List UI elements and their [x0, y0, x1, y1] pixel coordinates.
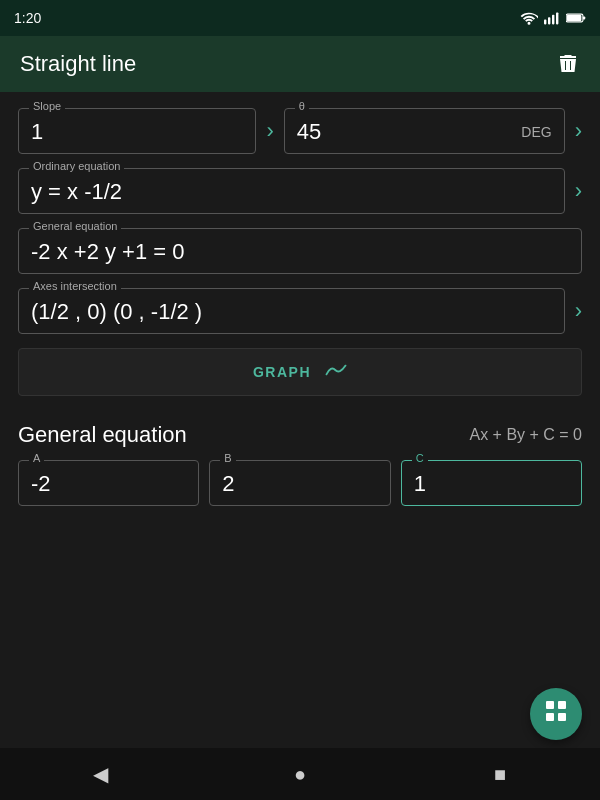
slope-chevron[interactable]: › [266, 118, 273, 144]
general-eq-section-title: General equation [18, 422, 187, 448]
svg-rect-10 [558, 713, 566, 721]
c-field[interactable]: C [401, 460, 582, 506]
delete-button[interactable] [556, 52, 580, 76]
svg-rect-3 [556, 12, 558, 24]
ordinary-eq-label: Ordinary equation [29, 160, 124, 172]
nav-back-icon: ◀ [93, 762, 108, 786]
graph-icon [325, 361, 347, 384]
svg-rect-9 [546, 713, 554, 721]
nav-back-button[interactable]: ◀ [80, 754, 120, 794]
status-time: 1:20 [14, 10, 41, 26]
theta-label: θ [295, 100, 309, 112]
ordinary-eq-row: Ordinary equation y = x -1/2 › [18, 168, 582, 214]
axes-chevron[interactable]: › [575, 298, 582, 324]
svg-rect-7 [546, 701, 554, 709]
slope-value: 1 [31, 119, 243, 145]
general-eq-field: General equation -2 x +2 y +1 = 0 [18, 228, 582, 274]
theta-value-row: 45 DEG [297, 119, 552, 145]
svg-rect-0 [544, 20, 546, 25]
nav-home-icon: ● [294, 763, 306, 786]
page-title: Straight line [20, 51, 136, 77]
bottom-nav: ◀ ● ■ [0, 748, 600, 800]
fab-button[interactable] [530, 688, 582, 740]
c-input[interactable] [414, 471, 569, 497]
fab-icon [543, 698, 569, 730]
a-field[interactable]: A [18, 460, 199, 506]
b-input[interactable] [222, 471, 377, 497]
general-eq-header: General equation Ax + By + C = 0 [18, 422, 582, 448]
theta-field: θ 45 DEG [284, 108, 565, 154]
axes-value: (1/2 , 0) (0 , -1/2 ) [31, 299, 552, 325]
status-bar: 1:20 [0, 0, 600, 36]
slope-label: Slope [29, 100, 65, 112]
a-label: A [29, 452, 44, 464]
theta-value: 45 [297, 119, 321, 145]
axes-row: Axes intersection (1/2 , 0) (0 , -1/2 ) … [18, 288, 582, 334]
general-eq-value: -2 x +2 y +1 = 0 [31, 239, 569, 265]
svg-rect-2 [552, 15, 554, 25]
general-eq-label: General equation [29, 220, 121, 232]
graph-button-label: GRAPH [253, 364, 311, 380]
ordinary-eq-field: Ordinary equation y = x -1/2 [18, 168, 565, 214]
theta-chevron[interactable]: › [575, 118, 582, 144]
main-content: Slope 1 › θ 45 DEG › Ordinary equation y… [0, 92, 600, 396]
general-eq-formula: Ax + By + C = 0 [470, 426, 583, 444]
axes-label: Axes intersection [29, 280, 121, 292]
slope-field: Slope 1 [18, 108, 256, 154]
b-label: B [220, 452, 235, 464]
slope-theta-row: Slope 1 › θ 45 DEG › [18, 108, 582, 154]
svg-rect-8 [558, 701, 566, 709]
axes-field: Axes intersection (1/2 , 0) (0 , -1/2 ) [18, 288, 565, 334]
c-label: C [412, 452, 428, 464]
ordinary-eq-value: y = x -1/2 [31, 179, 552, 205]
general-eq-row: General equation -2 x +2 y +1 = 0 [18, 228, 582, 274]
top-bar: Straight line [0, 36, 600, 92]
svg-rect-6 [567, 15, 582, 21]
nav-recent-button[interactable]: ■ [480, 754, 520, 794]
a-input[interactable] [31, 471, 186, 497]
status-icons [520, 11, 586, 25]
svg-rect-5 [583, 16, 585, 19]
theta-unit: DEG [521, 124, 551, 140]
ordinary-eq-chevron[interactable]: › [575, 178, 582, 204]
graph-button[interactable]: GRAPH [18, 348, 582, 396]
svg-rect-1 [548, 17, 550, 24]
nav-recent-icon: ■ [494, 763, 506, 786]
abc-input-row: A B C [18, 460, 582, 506]
b-field[interactable]: B [209, 460, 390, 506]
battery-icon [566, 12, 586, 24]
section-divider [0, 412, 600, 422]
signal-icon [544, 11, 560, 25]
nav-home-button[interactable]: ● [280, 754, 320, 794]
wifi-icon [520, 11, 538, 25]
bottom-section: General equation Ax + By + C = 0 A B C [0, 422, 600, 506]
